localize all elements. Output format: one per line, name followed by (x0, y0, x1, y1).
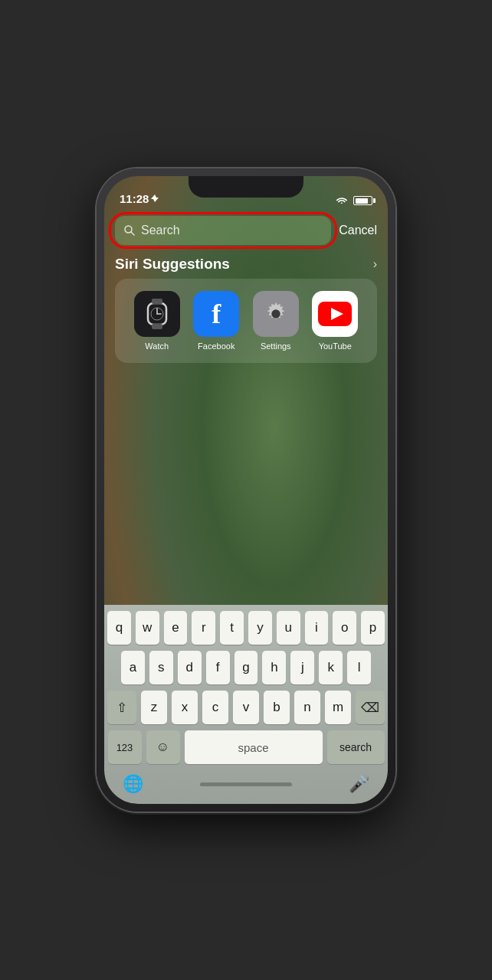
battery-icon (353, 196, 372, 205)
delete-key[interactable]: ⌫ (356, 691, 385, 724)
key-n[interactable]: n (294, 691, 320, 724)
key-v[interactable]: v (233, 691, 259, 724)
key-k[interactable]: k (319, 651, 343, 684)
key-d[interactable]: d (178, 651, 202, 684)
key-y[interactable]: y (248, 611, 272, 645)
globe-key[interactable]: 🌐 (123, 774, 143, 794)
keyboard-row-3: ⇧ z x c v b n m ⌫ (107, 691, 385, 724)
siri-suggestions-header[interactable]: Siri Suggestions › (104, 251, 388, 279)
key-h[interactable]: h (262, 651, 286, 684)
time-display: 11:28 (120, 192, 149, 205)
key-l[interactable]: l (347, 651, 371, 684)
keyboard-row-2: a s d f g h j k l (107, 651, 385, 684)
emoji-key[interactable]: ☺ (146, 730, 180, 764)
app-item-facebook[interactable]: f Facebook (192, 291, 241, 351)
svg-point-9 (271, 309, 280, 318)
keyboard-row-1: q w e r t y u i o p (107, 611, 385, 645)
search-bar-wrapper: Search (115, 216, 331, 245)
facebook-app-label: Facebook (198, 341, 235, 351)
key-z[interactable]: z (141, 691, 167, 724)
wifi-icon (336, 196, 349, 205)
content-area: Search Cancel Siri Suggestions › (104, 210, 388, 804)
watch-app-label: Watch (145, 341, 169, 351)
key-q[interactable]: q (107, 611, 131, 645)
key-e[interactable]: e (164, 611, 188, 645)
key-t[interactable]: t (220, 611, 244, 645)
key-o[interactable]: o (333, 611, 356, 645)
app-item-youtube[interactable]: YouTube (310, 291, 360, 351)
status-time: 11:28 (120, 192, 159, 205)
youtube-app-icon[interactable] (312, 291, 358, 337)
home-indicator (143, 782, 349, 786)
svg-line-1 (131, 232, 134, 235)
key-s[interactable]: s (149, 651, 173, 684)
phone-screen: 11:28 (104, 176, 388, 804)
search-icon (124, 225, 135, 236)
keyboard-row-4: 123 ☺ space search (107, 730, 385, 764)
youtube-app-label: YouTube (319, 341, 352, 351)
key-p[interactable]: p (361, 611, 385, 645)
location-icon (151, 194, 159, 204)
key-r[interactable]: r (192, 611, 215, 645)
settings-gear-svg (261, 299, 290, 328)
notch (189, 176, 303, 198)
space-key[interactable]: space (185, 730, 323, 764)
siri-more-arrow[interactable]: › (373, 257, 377, 271)
key-m[interactable]: m (325, 691, 351, 724)
key-g[interactable]: g (235, 651, 258, 684)
key-i[interactable]: i (305, 611, 329, 645)
status-icons (336, 196, 372, 205)
siri-suggestions-title: Siri Suggestions (115, 256, 230, 273)
cancel-button[interactable]: Cancel (339, 224, 377, 237)
phone-frame: 11:28 (97, 168, 395, 812)
key-x[interactable]: x (172, 691, 198, 724)
youtube-svg (318, 302, 352, 326)
search-area: Search Cancel (104, 210, 388, 251)
key-j[interactable]: j (290, 651, 314, 684)
microphone-key[interactable]: 🎤 (349, 774, 369, 794)
key-w[interactable]: w (136, 611, 159, 645)
svg-rect-4 (152, 324, 162, 329)
key-u[interactable]: u (277, 611, 300, 645)
app-item-watch[interactable]: Watch (132, 291, 182, 351)
keyboard: q w e r t y u i o p a s d f g (104, 605, 388, 804)
search-bar[interactable]: Search (115, 216, 331, 245)
watch-svg (143, 297, 171, 331)
key-a[interactable]: a (121, 651, 145, 684)
svg-rect-3 (152, 299, 162, 304)
search-key[interactable]: search (327, 730, 385, 764)
app-grid: Watch f Facebook Sett (115, 279, 377, 363)
numbers-key[interactable]: 123 (108, 730, 142, 764)
watch-app-icon[interactable] (134, 291, 180, 337)
settings-app-label: Settings (261, 341, 291, 351)
shift-key[interactable]: ⇧ (107, 691, 136, 724)
search-placeholder: Search (141, 224, 180, 237)
key-c[interactable]: c (202, 691, 228, 724)
facebook-app-icon[interactable]: f (193, 291, 239, 337)
key-f[interactable]: f (206, 651, 230, 684)
key-b[interactable]: b (264, 691, 290, 724)
settings-app-icon[interactable] (253, 291, 299, 337)
app-item-settings[interactable]: Settings (251, 291, 300, 351)
